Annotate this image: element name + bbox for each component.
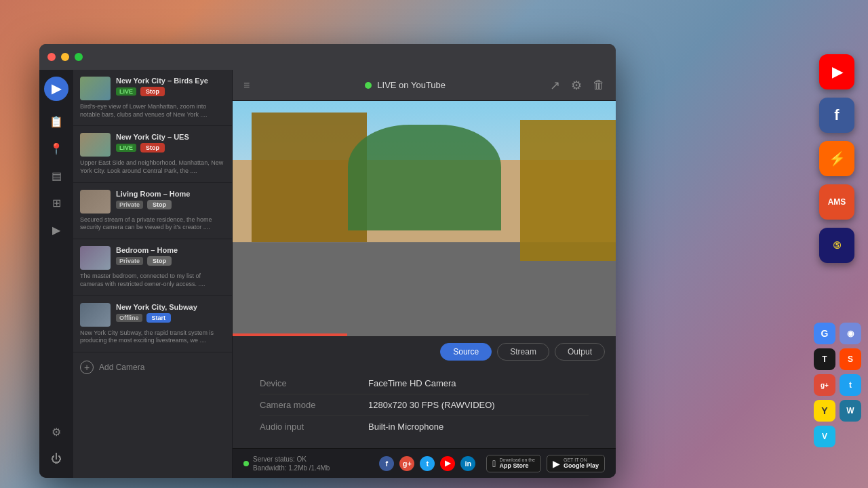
device-row: Device FaceTime HD Camera — [260, 373, 589, 394]
status-bar: Server status: OK Bandwidth: 1.2Mb /1.4M… — [233, 448, 616, 478]
sidebar-logo[interactable]: ▶ — [44, 77, 68, 101]
desktop-small-icon-t[interactable]: T — [814, 348, 835, 370]
social-linkedin[interactable]: in — [460, 456, 475, 471]
app-window: ▶ 📋 📍 ▤ ⊞ ▶ ⚙ ⏻ New York City – Birds Ey… — [39, 44, 616, 478]
maximize-button[interactable] — [75, 53, 83, 61]
info-panel: Device FaceTime HD Camera Camera mode 12… — [233, 367, 616, 448]
desktop-small-icon-g[interactable]: G — [814, 323, 835, 344]
live-indicator: LIVE on YouTube — [260, 80, 550, 90]
sidebar-icon-list[interactable]: ▤ — [44, 163, 68, 188]
building-right — [520, 120, 616, 261]
desktop-small-icon-s[interactable]: S — [840, 348, 861, 370]
desktop-icon-ams[interactable]: AMS — [819, 184, 854, 220]
apple-icon:  — [492, 458, 496, 469]
close-button[interactable] — [47, 53, 56, 61]
desktop-icons: ▶ f ⚡ AMS ⑤ — [819, 54, 854, 263]
menu-icon[interactable]: ≡ — [243, 79, 250, 92]
desktop-small-icon-c[interactable]: ◉ — [840, 323, 861, 344]
camera-desc-bedroom: The master bedroom, connected to my list… — [80, 272, 225, 288]
camera-desc-nyc-birds-eye: Bird's-eye view of Lower Manhattan, zoom… — [80, 103, 225, 119]
camera-thumb-nyc-ues — [80, 133, 111, 157]
status-badge-living-room: Private — [116, 201, 143, 209]
status-badge-nyc-subway: Offline — [116, 314, 142, 322]
app-store-sub-label: Download on the — [499, 458, 535, 462]
desktop-icons-small: G ◉ T S g+ t Y W V — [814, 323, 861, 447]
tab-output[interactable]: Output — [555, 343, 605, 361]
camera-name-bedroom: Bedroom – Home — [116, 246, 225, 254]
title-bar — [39, 44, 616, 70]
store-badges:  Download on the App Store ▶ GET IT ON … — [486, 455, 605, 472]
video-preview — [233, 101, 616, 336]
tabs-row: Source Stream Output — [233, 336, 616, 367]
mode-value: 868x488 30 FPS (RAWVIDEO) — [368, 400, 495, 410]
add-camera-button[interactable]: + Add Camera — [73, 352, 232, 382]
tree-area — [348, 125, 501, 230]
desktop-icon-youtube[interactable]: ▶ — [819, 54, 854, 89]
desktop-small-icon-w[interactable]: W — [840, 400, 861, 422]
stop-button-living-room[interactable]: Stop — [147, 200, 172, 209]
share-icon[interactable]: ↗ — [550, 78, 560, 93]
camera-list: New York City – Birds Eye LIVE Stop Bird… — [73, 70, 233, 478]
live-dot — [365, 82, 372, 89]
tab-stream[interactable]: Stream — [497, 343, 549, 361]
live-text: LIVE on YouTube — [377, 80, 446, 90]
stop-button-nyc-birds-eye[interactable]: Stop — [140, 87, 165, 96]
camera-thumb-bedroom — [80, 246, 111, 270]
desktop-small-icon-y[interactable]: Y — [814, 400, 835, 422]
social-google-plus[interactable]: g+ — [399, 456, 414, 471]
sidebar-icon-book[interactable]: 📋 — [44, 109, 68, 134]
app-store-badge[interactable]:  Download on the App Store — [486, 455, 541, 472]
google-play-main-label: Google Play — [564, 462, 599, 469]
start-button-nyc-subway[interactable]: Start — [146, 313, 172, 323]
desktop-small-icon-gp[interactable]: g+ — [814, 374, 835, 396]
delete-icon[interactable]: 🗑 — [593, 78, 605, 92]
tab-source[interactable]: Source — [440, 343, 492, 361]
desktop-small-icon-tw[interactable]: t — [840, 374, 861, 396]
add-camera-label: Add Camera — [99, 363, 144, 372]
camera-thumb-living-room — [80, 190, 111, 214]
camera-desc-nyc-ues: Upper East Side and neighborhood, Manhat… — [80, 159, 225, 175]
audio-value: Built-in Microphone — [368, 422, 443, 432]
camera-item-nyc-subway[interactable]: New York City, Subway Offline Start New … — [73, 296, 232, 352]
server-status: Server status: OK Bandwidth: 1.2Mb /1.4M… — [243, 455, 379, 472]
traffic-lights — [47, 53, 83, 61]
audio-row: Audio input Built-in Microphone — [260, 416, 589, 437]
social-facebook[interactable]: f — [379, 456, 394, 471]
status-badge-nyc-birds-eye: LIVE — [116, 87, 136, 96]
device-label: Device — [260, 378, 368, 388]
sidebar-icon-media[interactable]: ▶ — [44, 218, 68, 242]
desktop-icon-five[interactable]: ⑤ — [819, 228, 854, 263]
desktop-icon-bolt[interactable]: ⚡ — [819, 141, 854, 176]
google-play-icon: ▶ — [553, 458, 560, 469]
camera-item-nyc-birds-eye[interactable]: New York City – Birds Eye LIVE Stop Bird… — [73, 70, 232, 126]
camera-item-living-room[interactable]: Living Room – Home Private Stop Secured … — [73, 183, 232, 239]
status-badge-bedroom: Private — [116, 257, 143, 265]
camera-name-nyc-birds-eye: New York City – Birds Eye — [116, 77, 225, 85]
social-icons: f g+ t ▶ in — [379, 456, 475, 471]
stop-button-nyc-ues[interactable]: Stop — [140, 143, 165, 152]
stop-button-bedroom[interactable]: Stop — [147, 256, 172, 266]
camera-item-bedroom[interactable]: Bedroom – Home Private Stop The master b… — [73, 239, 232, 296]
right-panel: ≡ LIVE on YouTube ↗ ⚙ 🗑 — [233, 70, 616, 478]
desktop-small-icon-v[interactable]: V — [814, 426, 835, 447]
desktop-icon-facebook[interactable]: f — [819, 98, 854, 133]
settings-icon[interactable]: ⚙ — [571, 78, 582, 93]
sidebar-icon-grid[interactable]: ⊞ — [44, 190, 68, 215]
google-play-badge[interactable]: ▶ GET IT ON Google Play — [547, 455, 605, 472]
minimize-button[interactable] — [61, 53, 69, 61]
sidebar-icon-power[interactable]: ⏻ — [44, 447, 68, 471]
camera-item-nyc-ues[interactable]: New York City – UES LIVE Stop Upper East… — [73, 126, 232, 182]
video-overlay — [233, 333, 616, 336]
device-value: FaceTime HD Camera — [368, 378, 456, 388]
add-circle-icon: + — [80, 361, 94, 374]
server-status-dot — [243, 461, 249, 466]
google-play-sub-label: GET IT ON — [564, 458, 599, 462]
sidebar-icon-location[interactable]: 📍 — [44, 136, 68, 161]
camera-thumb-nyc-subway — [80, 303, 111, 327]
app-store-main-label: App Store — [499, 462, 535, 469]
audio-label: Audio input — [260, 422, 368, 432]
social-youtube[interactable]: ▶ — [440, 456, 455, 471]
social-twitter[interactable]: t — [420, 456, 435, 471]
top-bar: ≡ LIVE on YouTube ↗ ⚙ 🗑 — [233, 70, 616, 101]
sidebar-icon-settings[interactable]: ⚙ — [44, 420, 68, 444]
